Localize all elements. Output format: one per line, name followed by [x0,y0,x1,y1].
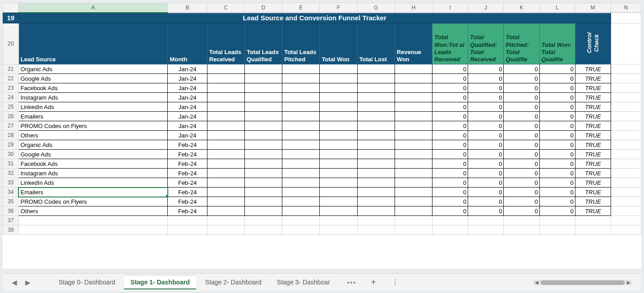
cell-lead-source[interactable]: Instagram Ads [18,93,168,102]
cell-ratio-j[interactable]: 0 [468,206,504,216]
table-row[interactable]: 27PROMO Codes on FlyersJan-240000TRUE [3,121,641,131]
column-header-row[interactable]: A B C D E F G H I J K L M N [3,3,641,13]
cell-ratio-i[interactable]: 0 [432,159,468,169]
cell-ratio-i[interactable]: 0 [432,206,468,216]
table-row[interactable]: 24Instagram AdsJan-240000TRUE [3,93,641,102]
cell-revenue-won[interactable] [395,131,432,140]
cell-ratio-k[interactable]: 0 [504,206,539,216]
cell-leads-received[interactable] [207,102,244,112]
cell-leads-pitched[interactable] [282,131,320,140]
cell-empty[interactable] [357,225,395,235]
cell-month[interactable]: Jan-24 [168,64,207,74]
cell-leads-received[interactable] [207,169,244,178]
cell-lead-source[interactable]: Google Ads [18,150,168,159]
cell-ratio-l[interactable]: 0 [539,83,575,93]
hdr-total-leads-received[interactable]: Total Leads Received [207,23,244,64]
cell-N28[interactable] [611,131,641,140]
row-header-20[interactable]: 20 [3,23,19,64]
cell-leads-pitched[interactable] [282,169,320,178]
tab-overflow-icon[interactable]: ••• [345,279,359,286]
spreadsheet-grid[interactable]: A B C D E F G H I J K L M N 19 Lead Sour… [3,3,641,269]
cell-empty[interactable] [432,225,468,235]
cell-empty[interactable] [207,216,244,225]
cell-N19[interactable] [611,13,641,23]
cell-ratio-j[interactable]: 0 [468,188,504,197]
cell-total-lost[interactable] [357,102,395,112]
row-header-28[interactable]: 28 [3,131,19,140]
cell-lead-source[interactable]: Others [18,206,168,216]
cell-leads-received[interactable] [207,131,244,140]
cell-leads-pitched[interactable] [282,74,320,83]
cell-ratio-k[interactable]: 0 [504,83,539,93]
cell-empty[interactable] [611,216,641,225]
table-row[interactable]: 25LinkedIn AdsJan-240000TRUE [3,102,641,112]
cell-leads-received[interactable] [207,93,244,102]
cell-total-lost[interactable] [357,64,395,74]
cell-month[interactable]: Feb-24 [168,150,207,159]
horizontal-scrollbar[interactable]: ◀ ▶ [533,280,632,285]
row-header-36[interactable]: 36 [3,206,19,216]
cell-leads-qualified[interactable] [244,188,282,197]
cell-revenue-won[interactable] [395,169,432,178]
cell-month[interactable]: Jan-24 [168,112,207,121]
cell-empty[interactable] [395,216,432,225]
cell-leads-received[interactable] [207,178,244,188]
select-all-corner[interactable] [3,3,19,13]
cell-month[interactable]: Jan-24 [168,93,207,102]
cell-empty[interactable] [575,225,611,235]
sheet-tab[interactable]: Stage 0- Dashboard [52,276,121,289]
table-row[interactable]: 29Organic AdsFeb-240000TRUE [3,140,641,150]
col-header-N[interactable]: N [611,3,641,13]
cell-ratio-l[interactable]: 0 [539,159,575,169]
cell-ratio-j[interactable]: 0 [468,112,504,121]
cell-lead-source[interactable]: Instagram Ads [18,169,168,178]
cell-ratio-l[interactable]: 0 [539,188,575,197]
cell-revenue-won[interactable] [395,121,432,131]
cell-N27[interactable] [611,121,641,131]
cell-leads-pitched[interactable] [282,197,320,206]
cell-leads-qualified[interactable] [244,74,282,83]
cell-leads-received[interactable] [207,121,244,131]
cell-ratio-l[interactable]: 0 [539,112,575,121]
row-header-32[interactable]: 32 [3,169,19,178]
cell-leads-pitched[interactable] [282,64,320,74]
cell-empty[interactable] [207,225,244,235]
hdr-ratio-won-received[interactable]: Total Won:Tot al Leads Received [432,23,468,64]
cell-ratio-i[interactable]: 0 [432,131,468,140]
hdr-lead-source[interactable]: Lead Source [18,23,168,64]
hdr-ratio-qualified-received[interactable]: Total Qualified: Total Received [468,23,504,64]
cell-N32[interactable] [611,169,641,178]
cell-total-won[interactable] [320,140,357,150]
cell-total-lost[interactable] [357,131,395,140]
cell-empty[interactable] [575,216,611,225]
cell-ratio-i[interactable]: 0 [432,102,468,112]
cell-control-check[interactable]: TRUE [575,112,611,121]
cell-leads-received[interactable] [207,150,244,159]
col-header-C[interactable]: C [207,3,244,13]
cell-lead-source[interactable]: Facebook Ads [18,83,168,93]
cell-lead-source[interactable]: Organic Ads [18,64,168,74]
cell-ratio-k[interactable]: 0 [504,121,539,131]
cell-lead-source[interactable]: LinkedIn Ads [18,102,168,112]
cell-revenue-won[interactable] [395,64,432,74]
cell-leads-qualified[interactable] [244,140,282,150]
hdr-ratio-pitched-qualified[interactable]: Total Pitched: Total Qualifie [504,23,539,64]
cell-ratio-j[interactable]: 0 [468,159,504,169]
col-header-E[interactable]: E [282,3,320,13]
table-row[interactable]: 38 [3,225,641,235]
cell-ratio-l[interactable]: 0 [539,169,575,178]
cell-revenue-won[interactable] [395,74,432,83]
cell-total-won[interactable] [320,206,357,216]
col-header-K[interactable]: K [504,3,539,13]
cell-control-check[interactable]: TRUE [575,159,611,169]
cell-ratio-k[interactable]: 0 [504,102,539,112]
cell-ratio-i[interactable]: 0 [432,83,468,93]
cell-leads-pitched[interactable] [282,121,320,131]
cell-total-lost[interactable] [357,197,395,206]
tracker-title[interactable]: Lead Source and Conversion Funnel Tracke… [18,13,611,23]
table-row[interactable]: 30Google AdsFeb-240000TRUE [3,150,641,159]
cell-empty[interactable] [432,216,468,225]
hdr-month[interactable]: Month [168,23,207,64]
cell-leads-qualified[interactable] [244,121,282,131]
cell-ratio-i[interactable]: 0 [432,112,468,121]
